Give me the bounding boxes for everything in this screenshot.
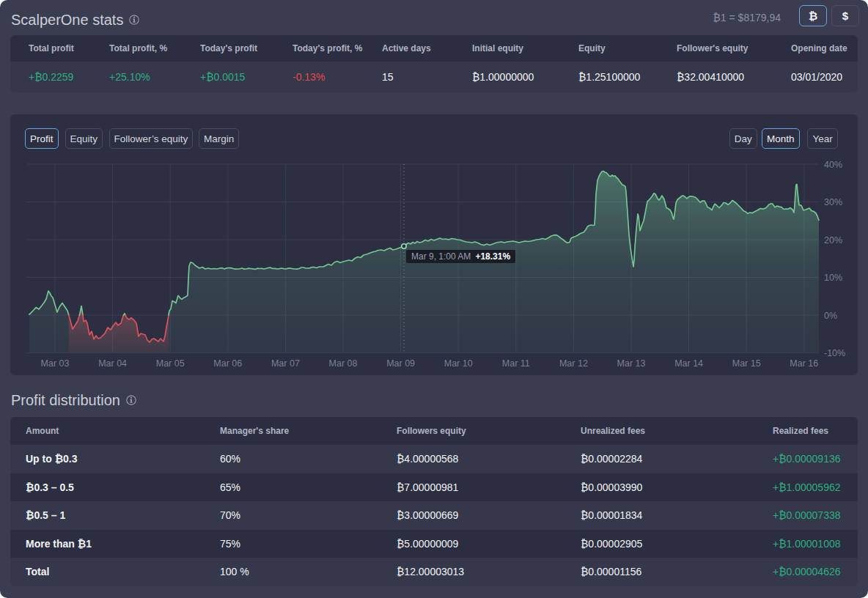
svg-text:30%: 30%: [824, 197, 842, 207]
svg-text:Mar 12: Mar 12: [559, 358, 588, 369]
svg-text:-10%: -10%: [824, 348, 845, 358]
svg-text:0%: 0%: [824, 311, 837, 321]
svg-text:Mar 03: Mar 03: [41, 358, 70, 369]
svg-text:Mar 06: Mar 06: [213, 358, 242, 369]
svg-text:10%: 10%: [824, 273, 842, 283]
svg-text:Mar 05: Mar 05: [156, 358, 185, 369]
svg-text:40%: 40%: [824, 160, 842, 170]
svg-text:Mar 16: Mar 16: [790, 358, 818, 369]
svg-text:Mar 08: Mar 08: [329, 358, 358, 369]
svg-text:Mar 04: Mar 04: [98, 358, 127, 369]
svg-text:Mar 15: Mar 15: [732, 358, 761, 369]
svg-text:Mar 10: Mar 10: [444, 358, 473, 369]
svg-text:Mar 14: Mar 14: [674, 358, 703, 369]
svg-text:20%: 20%: [824, 235, 842, 246]
svg-text:Mar 11: Mar 11: [502, 358, 530, 369]
svg-text:Mar 13: Mar 13: [617, 358, 646, 369]
svg-text:Mar 09: Mar 09: [386, 358, 415, 369]
svg-text:Mar 07: Mar 07: [271, 358, 300, 369]
